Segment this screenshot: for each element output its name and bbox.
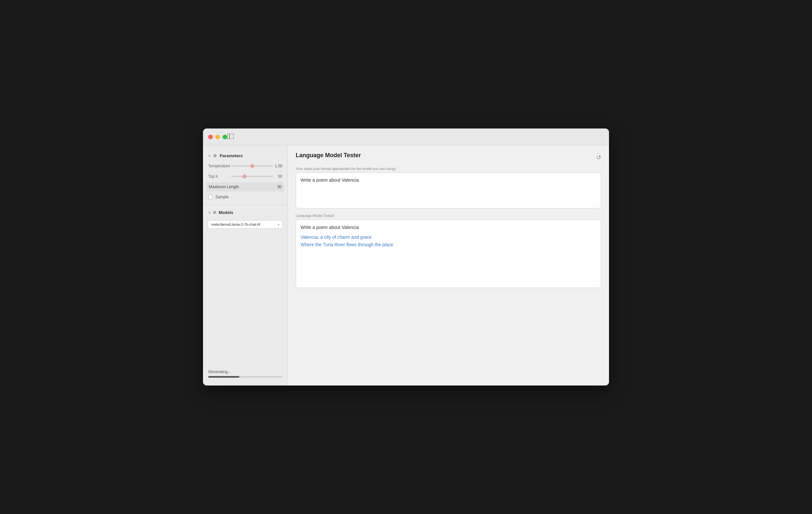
reload-button[interactable]: ↺: [596, 154, 601, 161]
topk-label: Top K: [208, 174, 231, 179]
sidebar: ∨ ⚙ Parameters Temperature 1.00 Top K 50: [203, 146, 288, 386]
output-section-label: Language Model Output: [296, 214, 601, 217]
section-divider: [203, 205, 288, 205]
main-title: Language Model Tester: [296, 152, 361, 163]
model-selector[interactable]: meta-llama/Llama-2-7b-chat-hf ▾: [208, 220, 283, 229]
input-textarea[interactable]: [296, 173, 601, 208]
temperature-label: Temperature: [208, 164, 231, 168]
temperature-slider-container: [231, 165, 273, 167]
maximum-length-label: Maximum Length: [209, 185, 278, 189]
topk-row: Top K 50: [203, 171, 288, 182]
parameters-section-header[interactable]: ∨ ⚙ Parameters: [203, 151, 288, 161]
models-icon: ⊞: [213, 210, 216, 215]
sidebar-toggle-button[interactable]: [227, 134, 234, 140]
main-panel: Language Model Tester ↺ Your input (use …: [288, 146, 609, 386]
topk-slider[interactable]: [231, 176, 273, 177]
maximize-button[interactable]: [223, 135, 227, 139]
output-prompt-text: Write a poem about Valencia: [300, 224, 596, 231]
svg-rect-0: [227, 134, 234, 139]
input-section-label: Your input (use format appropriate for t…: [296, 167, 601, 171]
main-header: Language Model Tester ↺: [296, 152, 601, 163]
temperature-slider[interactable]: [231, 165, 273, 167]
traffic-lights: [208, 135, 227, 139]
output-line-1: Valencia, a city of charm and grace: [300, 234, 596, 241]
sample-row: Sample: [203, 192, 288, 202]
generating-label: Generating...: [208, 369, 282, 374]
model-selector-chevron-icon: ▾: [278, 223, 279, 226]
sample-label: Sample: [215, 195, 229, 199]
output-generated-text: Valencia, a city of charm and grace Wher…: [300, 234, 596, 248]
sample-checkbox[interactable]: [208, 195, 213, 199]
models-label: Models: [219, 210, 233, 215]
parameters-chevron-icon: ∨: [208, 154, 210, 157]
models-section-header[interactable]: ∨ ⊞ Models: [203, 207, 288, 217]
progress-bar-fill: [208, 376, 239, 378]
topk-slider-container: [231, 176, 273, 177]
minimize-button[interactable]: [215, 135, 220, 139]
parameters-label: Parameters: [220, 153, 243, 158]
titlebar: [203, 128, 609, 146]
temperature-row: Temperature 1.00: [203, 161, 288, 171]
topk-value: 50: [273, 174, 282, 179]
model-selector-value: meta-llama/Llama-2-7b-chat-hf: [211, 222, 260, 226]
temperature-value: 1.00: [273, 164, 282, 168]
maximum-length-row: Maximum Length 30: [206, 182, 284, 191]
output-box: Write a poem about Valencia Valencia, a …: [296, 219, 601, 288]
sidebar-footer: Generating...: [203, 366, 288, 380]
maximum-length-value: 30: [278, 185, 282, 189]
close-button[interactable]: [208, 135, 213, 139]
output-line-2: Where the Turia River flows through the …: [300, 241, 596, 248]
content-area: ∨ ⚙ Parameters Temperature 1.00 Top K 50: [203, 146, 609, 386]
models-chevron-icon: ∨: [208, 211, 210, 214]
app-window: ∨ ⚙ Parameters Temperature 1.00 Top K 50: [203, 128, 609, 386]
parameters-icon: ⚙: [213, 153, 217, 158]
progress-bar: [208, 376, 282, 378]
